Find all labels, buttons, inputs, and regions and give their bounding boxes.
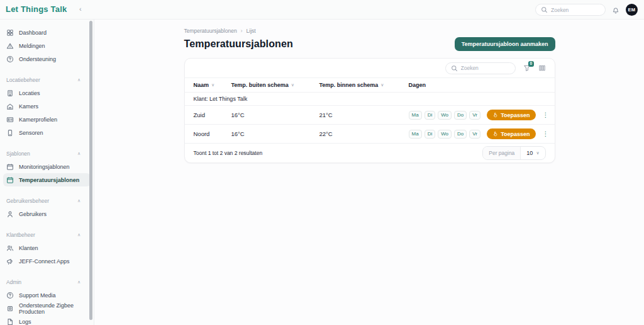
row-menu-kebab-icon[interactable]: ⋮	[543, 130, 549, 137]
apply-button[interactable]: Toepassen	[487, 110, 535, 120]
table-search-input[interactable]	[461, 65, 510, 71]
sidebar-item-gebruikers[interactable]: Gebruikers	[0, 207, 94, 220]
create-template-button[interactable]: Temperatuursjabloon aanmaken	[455, 37, 555, 51]
apply-button[interactable]: Toepassen	[487, 128, 535, 139]
topbar-right: EM	[535, 0, 638, 20]
help-circle-icon	[6, 292, 14, 299]
calendar-icon	[6, 176, 14, 184]
breadcrumb-item[interactable]: Lijst	[247, 28, 256, 34]
columns-button[interactable]	[538, 64, 546, 72]
column-label: Temp. binnen schema	[319, 82, 379, 88]
apply-button-label: Toepassen	[501, 112, 530, 118]
per-page-select[interactable]: Per pagina 10 ∨	[482, 146, 545, 160]
sidebar-item-sensoren[interactable]: Sensoren	[0, 126, 94, 139]
users-icon	[6, 244, 14, 252]
sidebar-item-dashboard[interactable]: Dashboard	[0, 26, 94, 39]
sidebar-section-sjablonen[interactable]: Sjablonen ∧	[0, 147, 94, 160]
column-header-dagen: Dagen	[409, 82, 546, 88]
table-row: Noord 16°C 22°C Ma Di Wo Do Vr Toepassen…	[185, 125, 555, 144]
cell-temp-buiten: 16°C	[231, 130, 319, 137]
table-search[interactable]	[445, 62, 516, 74]
notifications-bell-icon[interactable]	[612, 6, 619, 14]
cell-dagen: Ma Di Wo Do Vr Toepassen ⋮	[409, 128, 549, 139]
sidebar-item-label: Sensoren	[19, 130, 43, 136]
templates-card: 0 Naam ∨ Temp. buiten schema ∨ Temp. bin…	[184, 58, 555, 163]
sidebar-collapse-icon[interactable]: ‹	[79, 5, 82, 13]
day-badge: Vr	[469, 111, 480, 120]
avatar[interactable]: EM	[626, 4, 638, 16]
sidebar: Dashboard Meldingen Ondersteuning Locati…	[0, 20, 94, 325]
table-header-row: Naam ∨ Temp. buiten schema ∨ Temp. binne…	[185, 77, 555, 93]
sidebar-item-kamers[interactable]: Kamers	[0, 100, 94, 113]
columns-icon	[538, 64, 546, 72]
chevron-up-icon: ∧	[77, 280, 80, 285]
breadcrumb: Temperatuursjablonen › Lijst	[184, 28, 555, 34]
section-title: Klantbeheer	[6, 232, 35, 238]
chevron-up-icon: ∧	[77, 151, 80, 156]
chevron-up-icon: ∧	[77, 77, 80, 83]
sidebar-item-label: Ondersteunde Zigbee Producten	[19, 302, 94, 315]
chevron-up-icon: ∧	[77, 232, 80, 237]
search-icon	[451, 65, 458, 72]
sidebar-item-support-media[interactable]: Support Media	[0, 288, 94, 302]
sidebar-item-temperatuursjablonen[interactable]: Temperatuursjablonen	[3, 173, 91, 186]
sidebar-item-label: Dashboard	[19, 30, 47, 36]
breadcrumb-item[interactable]: Temperatuursjablonen	[184, 28, 237, 34]
room-icon	[6, 103, 14, 110]
tap-icon	[492, 131, 498, 137]
sidebar-section-gebruikersbeheer[interactable]: Gebruikersbeheer ∧	[0, 194, 94, 207]
column-header-temp-buiten[interactable]: Temp. buiten schema ∨	[231, 82, 319, 88]
megaphone-icon	[6, 258, 14, 265]
sidebar-item-zigbee-producten[interactable]: Ondersteunde Zigbee Producten	[0, 302, 94, 315]
brand-logo[interactable]: Let Things Talk	[6, 4, 67, 14]
sidebar-item-meldingen[interactable]: Meldingen	[0, 39, 94, 52]
section-title: Locatiebeheer	[6, 77, 40, 83]
sidebar-item-klanten[interactable]: Klanten	[0, 241, 94, 254]
sidebar-section-klantbeheer[interactable]: Klantbeheer ∧	[0, 228, 94, 241]
column-header-temp-binnen[interactable]: Temp. binnen schema ∨	[319, 82, 409, 88]
sidebar-item-logs[interactable]: Logs	[0, 315, 94, 325]
day-badge: Wo	[438, 130, 452, 139]
sensor-icon	[6, 129, 14, 137]
sidebar-item-label: Kamerprofielen	[19, 117, 57, 123]
sidebar-section-admin[interactable]: Admin ∧	[0, 275, 94, 288]
sidebar-section-locatiebeheer[interactable]: Locatiebeheer ∧	[0, 73, 94, 86]
sidebar-item-label: Ondersteuning	[19, 56, 56, 62]
day-badge: Di	[425, 130, 436, 139]
sidebar-item-jeff-connect-apps[interactable]: JEFF-Connect Apps	[0, 254, 94, 268]
table-row: Zuid 16°C 21°C Ma Di Wo Do Vr Toepassen …	[185, 106, 555, 125]
column-label: Dagen	[409, 82, 426, 88]
section-title: Admin	[6, 279, 21, 285]
row-menu-kebab-icon[interactable]: ⋮	[543, 111, 549, 118]
chevron-right-icon: ›	[241, 28, 243, 34]
sidebar-item-label: JEFF-Connect Apps	[19, 258, 70, 265]
filter-count-badge: 0	[528, 61, 534, 67]
column-label: Naam	[194, 82, 209, 88]
dashboard-icon	[6, 29, 14, 37]
tap-icon	[492, 112, 498, 118]
section-title: Sjablonen	[6, 151, 30, 157]
sidebar-item-ondersteuning[interactable]: Ondersteuning	[0, 52, 94, 66]
cell-dagen: Ma Di Wo Do Vr Toepassen ⋮	[409, 110, 549, 120]
global-search-input[interactable]	[551, 7, 600, 13]
day-badge: Ma	[409, 111, 422, 120]
sidebar-item-kamerprofielen[interactable]: Kamerprofielen	[0, 113, 94, 126]
topbar: Let Things Talk ‹ EM	[0, 0, 644, 20]
filter-button[interactable]: 0	[523, 64, 531, 72]
sidebar-item-monitoringsjablonen[interactable]: Monitoringsjablonen	[0, 160, 94, 173]
day-badge: Do	[454, 111, 467, 120]
sidebar-item-label: Temperatuursjablonen	[19, 177, 79, 183]
sort-chevron-icon: ∨	[291, 83, 294, 88]
sidebar-item-label: Locaties	[19, 90, 40, 96]
sidebar-scrollbar[interactable]	[89, 21, 92, 320]
sort-chevron-icon: ∨	[380, 83, 384, 88]
column-header-naam[interactable]: Naam ∨	[194, 82, 231, 88]
user-icon	[6, 210, 14, 218]
cell-temp-buiten: 16°C	[231, 111, 319, 118]
global-search[interactable]	[535, 4, 606, 16]
sidebar-item-label: Logs	[19, 319, 31, 325]
document-icon	[6, 318, 14, 325]
sidebar-item-label: Gebruikers	[19, 211, 47, 217]
day-badge: Ma	[409, 130, 422, 139]
sidebar-item-locaties[interactable]: Locaties	[0, 86, 94, 100]
